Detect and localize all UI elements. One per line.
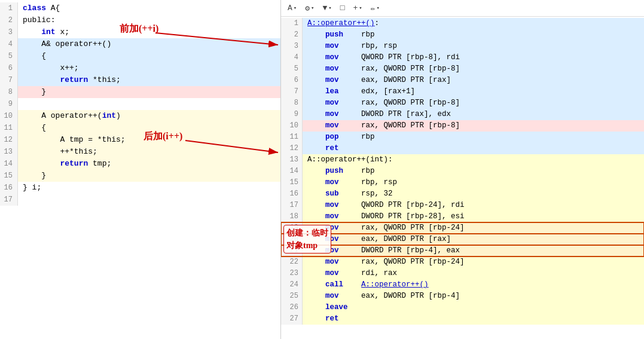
asm-line-content: push rbp xyxy=(303,166,644,177)
toolbar-edit-btn[interactable]: ✏ ▾ xyxy=(369,3,381,14)
line-number: 16 xyxy=(0,182,18,194)
asm-line-number: 7 xyxy=(281,86,303,97)
line-content: A operator++(int) xyxy=(18,110,280,122)
line-content: class A{ xyxy=(18,2,280,14)
line-content: } i; xyxy=(18,182,280,194)
asm-line-10: 10 mov rax, QWORD PTR [rbp-8] xyxy=(281,120,644,132)
asm-line-number: 1 xyxy=(281,18,303,29)
line-content: { xyxy=(18,122,280,134)
line-number: 17 xyxy=(0,194,18,206)
code-line-4: 4 A& operator++() xyxy=(0,38,280,50)
code-line-15: 15 } xyxy=(0,170,280,182)
code-line-11: 11 { xyxy=(0,122,280,134)
code-line-3: 3 int x; xyxy=(0,26,280,38)
asm-line-23: 23 mov rdi, rax xyxy=(281,268,644,279)
toolbar-view-btn[interactable]: □ xyxy=(338,3,347,13)
asm-line-16: 16 sub rsp, 32 xyxy=(281,188,644,200)
asm-line-25: 25 mov eax, DWORD PTR [rbp-4] xyxy=(281,291,644,302)
asm-line-13: 13A::operator++(int): xyxy=(281,154,644,166)
line-content: A tmp = *this; xyxy=(18,134,280,146)
line-number: 11 xyxy=(0,122,18,134)
asm-line-17: 17 mov QWORD PTR [rbp-24], rdi xyxy=(281,200,644,211)
asm-line-22: 22 mov rax, QWORD PTR [rbp-24] xyxy=(281,256,644,268)
line-content: return tmp; xyxy=(18,158,280,170)
asm-line-number: 11 xyxy=(281,132,303,143)
asm-line-content: mov DWORD PTR [rax], edx xyxy=(303,109,644,120)
asm-line-content: A::operator++(): xyxy=(303,18,644,29)
line-number: 13 xyxy=(0,146,18,158)
asm-line-11: 11 pop rbp xyxy=(281,132,644,143)
right-annotation-tmp: 创建：临时对象tmp xyxy=(283,225,331,254)
asm-line-content: call A::operator++() xyxy=(303,279,644,291)
line-content: } xyxy=(18,86,280,98)
line-content xyxy=(18,194,280,206)
left-panel: 1class A{2public:3 int x;4 A& operator++… xyxy=(0,0,281,339)
code-line-14: 14 return tmp; xyxy=(0,158,280,170)
asm-line-27: 27 ret xyxy=(281,313,644,325)
code-line-7: 7 return *this; xyxy=(0,74,280,86)
code-line-5: 5 { xyxy=(0,50,280,62)
code-line-17: 17 xyxy=(0,194,280,206)
toolbar: A ▾ ⚙ ▾ ▼ ▾ □ + ▾ ✏ ▾ xyxy=(281,0,644,17)
asm-line-number: 2 xyxy=(281,29,303,41)
asm-line-15: 15 mov rbp, rsp xyxy=(281,177,644,188)
asm-line-26: 26 leave xyxy=(281,302,644,313)
code-line-2: 2public: xyxy=(0,14,280,26)
code-line-13: 13 ++*this; xyxy=(0,146,280,158)
asm-line-number: 15 xyxy=(281,177,303,188)
toolbar-add-btn[interactable]: + ▾ xyxy=(352,3,364,13)
asm-line-content: mov rax, QWORD PTR [rbp-8] xyxy=(303,63,644,75)
asm-line-number: 13 xyxy=(281,154,303,166)
asm-line-content: mov rax, QWORD PTR [rbp-24] xyxy=(303,222,644,234)
asm-line-3: 3 mov rbp, rsp xyxy=(281,41,644,52)
asm-line-number: 23 xyxy=(281,268,303,279)
asm-line-content: mov eax, DWORD PTR [rax] xyxy=(303,234,644,245)
asm-line-content: leave xyxy=(303,302,644,313)
asm-line-content: mov rbp, rsp xyxy=(303,41,644,52)
line-number: 4 xyxy=(0,38,18,50)
line-number: 3 xyxy=(0,26,18,38)
line-content: { xyxy=(18,50,280,62)
right-panel[interactable]: A ▾ ⚙ ▾ ▼ ▾ □ + ▾ ✏ ▾ 1A::operator++():2… xyxy=(281,0,644,339)
asm-line-content: mov rbp, rsp xyxy=(303,177,644,188)
asm-line-number: 16 xyxy=(281,188,303,200)
asm-line-content: mov QWORD PTR [rbp-8], rdi xyxy=(303,52,644,63)
asm-line-number: 22 xyxy=(281,256,303,268)
line-number: 9 xyxy=(0,98,18,110)
code-line-16: 16} i; xyxy=(0,182,280,194)
line-number: 14 xyxy=(0,158,18,170)
asm-line-4: 4 mov QWORD PTR [rbp-8], rdi xyxy=(281,52,644,63)
asm-line-7: 7 lea edx, [rax+1] xyxy=(281,86,644,97)
asm-line-number: 18 xyxy=(281,211,303,222)
asm-line-content: A::operator++(int): xyxy=(303,154,644,166)
asm-line-number: 8 xyxy=(281,97,303,109)
asm-line-number: 4 xyxy=(281,52,303,63)
asm-line-5: 5 mov rax, QWORD PTR [rbp-8] xyxy=(281,63,644,75)
asm-line-number: 17 xyxy=(281,200,303,211)
asm-line-8: 8 mov rax, QWORD PTR [rbp-8] xyxy=(281,97,644,109)
asm-wrapper: 1A::operator++():2 push rbp3 mov rbp, rs… xyxy=(281,17,644,326)
line-content: public: xyxy=(18,14,280,26)
toolbar-settings-btn[interactable]: ⚙ ▾ xyxy=(303,3,316,14)
asm-line-content: mov QWORD PTR [rbp-24], rdi xyxy=(303,200,644,211)
line-content: } xyxy=(18,170,280,182)
asm-line-content: pop rbp xyxy=(303,132,644,143)
asm-line-content: lea edx, [rax+1] xyxy=(303,86,644,97)
asm-line-19: 19 mov rax, QWORD PTR [rbp-24] xyxy=(281,222,644,234)
asm-line-number: 25 xyxy=(281,291,303,302)
code-line-9: 9 xyxy=(0,98,280,110)
toolbar-font-btn[interactable]: A ▾ xyxy=(286,3,298,13)
asm-line-content: ret xyxy=(303,143,644,154)
line-number: 2 xyxy=(0,14,18,26)
asm-code: 1A::operator++():2 push rbp3 mov rbp, rs… xyxy=(281,17,644,326)
asm-line-content: mov eax, DWORD PTR [rbp-4] xyxy=(303,291,644,302)
asm-line-content: mov rax, QWORD PTR [rbp-8] xyxy=(303,120,644,132)
asm-line-content: mov eax, DWORD PTR [rax] xyxy=(303,75,644,86)
line-content: return *this; xyxy=(18,74,280,86)
asm-line-content: mov rax, QWORD PTR [rbp-24] xyxy=(303,256,644,268)
asm-line-14: 14 push rbp xyxy=(281,166,644,177)
asm-line-9: 9 mov DWORD PTR [rax], edx xyxy=(281,109,644,120)
line-number: 15 xyxy=(0,170,18,182)
line-number: 7 xyxy=(0,74,18,86)
toolbar-filter-btn[interactable]: ▼ ▾ xyxy=(321,3,333,13)
